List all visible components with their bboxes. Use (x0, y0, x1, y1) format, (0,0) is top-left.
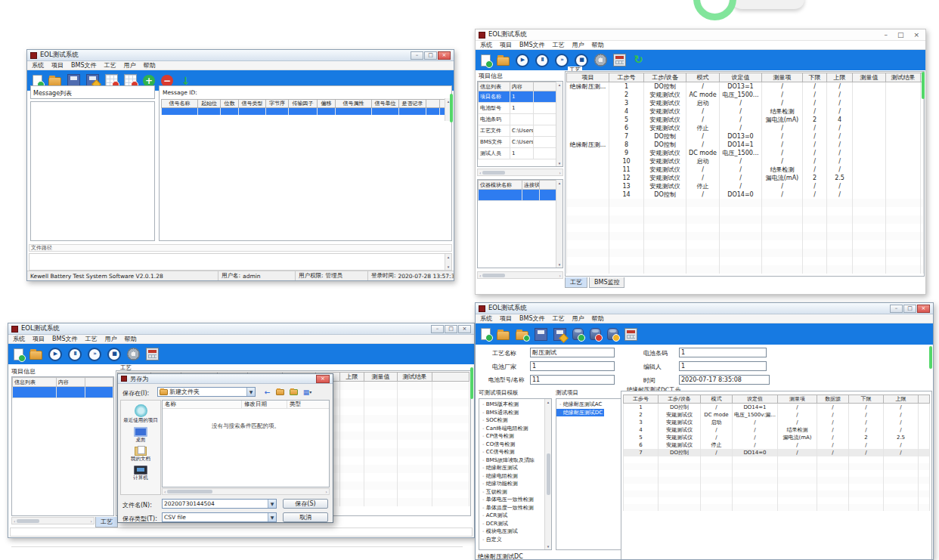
menu-item[interactable]: BMS文件 (52, 335, 77, 343)
scroll-down-icon[interactable]: ▾ (559, 161, 561, 166)
scrollbar-thumb[interactable] (470, 367, 473, 399)
scroll-right-icon[interactable]: › (559, 170, 561, 175)
menu-item[interactable]: BMS文件 (519, 314, 544, 323)
table-row[interactable]: 7DO控制/DO13=0/// (567, 132, 924, 141)
template-item[interactable]: 单体电压一致性检测 (479, 496, 544, 504)
maximize-button[interactable]: □ (424, 51, 437, 60)
open-folder-icon[interactable] (29, 351, 42, 360)
save-in-combo[interactable]: 新建文件夹 ▼ (157, 387, 256, 397)
pause-icon[interactable]: II (68, 348, 82, 361)
menu-item[interactable]: 帮助 (143, 61, 155, 70)
column-header[interactable]: 位数 (221, 100, 239, 108)
table-row[interactable]: 3安规测试仪启动//// (567, 99, 924, 107)
db-remove-icon[interactable] (590, 328, 601, 340)
column-header[interactable]: 信息列表 (479, 82, 510, 91)
template-item[interactable]: 绝缘耐压测试 (479, 464, 544, 472)
cancel-button[interactable]: 取消 (283, 512, 328, 522)
scroll-down-icon[interactable]: ▾ (448, 265, 450, 269)
filetype-select[interactable]: CSV file ▼ (162, 512, 277, 522)
template-item[interactable]: 绝缘电阻检测 (479, 472, 544, 481)
file-list-hscrollbar[interactable]: ‹› (162, 488, 330, 495)
menu-item[interactable]: 用户 (104, 335, 116, 343)
template-item[interactable]: 互锁检测 (479, 488, 544, 497)
db-edit-icon[interactable] (607, 328, 618, 340)
table-row[interactable]: 5安规测试仪//漏电流(mA)/22.5 (624, 434, 930, 441)
new-file-icon[interactable] (481, 54, 491, 67)
template-item[interactable]: 模块电压测试 (479, 528, 544, 536)
menu-item[interactable]: BMS文件 (519, 41, 544, 49)
time-input[interactable]: 2020-07-17 8:35:08 (679, 375, 770, 385)
column-header[interactable]: 上限 (340, 373, 364, 382)
column-header[interactable]: 仪器模块名称 (479, 181, 522, 190)
scroll-up-icon[interactable]: ▴ (448, 255, 450, 259)
template-item[interactable]: SOC检测 (479, 416, 544, 425)
pause-icon[interactable]: II (535, 54, 549, 67)
modules-hscrollbar[interactable]: ‹› (477, 271, 563, 279)
table-row[interactable] (162, 108, 450, 115)
column-header[interactable]: 偏移 (318, 100, 336, 108)
minimize-button[interactable]: – (411, 51, 423, 60)
table-row[interactable]: 4安规测试仪//结果检测// (567, 107, 924, 116)
column-header[interactable]: 信息列表 (13, 378, 57, 387)
table-row[interactable]: 电池条码 (479, 114, 557, 125)
column-header[interactable]: 项目 (567, 73, 609, 82)
table-row[interactable]: 11安规测试仪//结果检测// (567, 166, 924, 174)
menu-item[interactable]: 用户 (572, 314, 584, 323)
table-row[interactable] (479, 190, 557, 201)
open-folder-icon[interactable] (497, 331, 510, 340)
column-header[interactable]: 测试结果 (398, 373, 432, 382)
column-header[interactable]: 信号名称 (162, 100, 198, 108)
column-header-name[interactable]: 名称 (163, 401, 242, 408)
place-documents[interactable]: 我的文档 (121, 447, 160, 462)
views-icon[interactable]: ▦▾ (302, 387, 313, 397)
column-header[interactable]: 工步/设备 (644, 73, 686, 82)
column-header[interactable]: 连接状态 (522, 181, 540, 190)
info-hscrollbar[interactable]: ‹› (11, 517, 95, 524)
table-row[interactable]: 6安规测试仪停止//// (567, 124, 924, 132)
tab-process[interactable]: 工艺 (95, 517, 118, 528)
table-row[interactable]: 7DO控制/DO14=0//// (624, 449, 930, 456)
process-name-input[interactable]: 耐压测试 (530, 348, 615, 357)
table-row[interactable]: 2安规测试仪DC mode电压_1500v:漏...//// (624, 411, 930, 419)
message-list-panel[interactable] (30, 101, 155, 241)
back-icon[interactable]: ← (262, 387, 273, 397)
chevron-down-icon[interactable]: ▼ (268, 513, 276, 521)
dialog-close-button[interactable]: × (316, 375, 330, 383)
maximize-button[interactable]: □ (897, 31, 904, 39)
column-header[interactable] (426, 100, 440, 108)
menu-item[interactable]: 工艺 (552, 41, 564, 49)
template-item[interactable]: 绝缘功能检测 (479, 480, 544, 488)
template-item[interactable]: 自定义 (479, 536, 544, 544)
table-row[interactable]: 10安规测试仪启动//// (567, 157, 924, 166)
column-header[interactable]: 信号类型 (239, 100, 266, 108)
menu-item[interactable]: 工艺 (552, 314, 564, 323)
table-row[interactable]: 14DO控制/DO14=0/// (567, 190, 924, 199)
scroll-down-icon[interactable]: ▾ (559, 262, 561, 267)
minimize-button[interactable]: – (884, 31, 888, 39)
chevron-down-icon[interactable]: ▼ (246, 388, 255, 396)
column-header[interactable]: 下限 (849, 395, 884, 404)
new-folder-icon[interactable] (288, 387, 299, 397)
column-header[interactable]: 测量项 (762, 73, 803, 82)
menu-item[interactable]: 系统 (480, 314, 492, 323)
table-row[interactable]: BMS文件C:\Users\lichangjiang\Desktop\ (479, 137, 557, 148)
table-row[interactable]: 3安规测试仪启动///// (624, 419, 930, 426)
menu-item[interactable]: 系统 (32, 61, 44, 70)
scroll-left-icon[interactable]: ‹ (164, 489, 166, 494)
column-header[interactable]: 内容 (57, 378, 85, 387)
column-header[interactable]: 上限 (827, 73, 853, 82)
tab-process[interactable]: 工艺 (565, 277, 587, 288)
scroll-up-icon[interactable]: ▴ (559, 181, 561, 185)
dialog-titlebar[interactable]: 另存为 × (118, 374, 333, 384)
scroll-right-icon[interactable]: › (559, 273, 561, 278)
battery-barcode-input[interactable]: 1 (679, 348, 767, 357)
scroll-left-icon[interactable]: ‹ (479, 170, 481, 175)
column-header[interactable]: 信号属性 (336, 100, 372, 108)
table-row[interactable]: 4安规测试仪//结果检测/// (624, 426, 930, 434)
disc-icon[interactable] (594, 54, 607, 67)
close-button[interactable]: × (913, 31, 919, 39)
menu-item[interactable]: 项目 (500, 41, 512, 49)
scroll-right-icon[interactable]: › (91, 518, 92, 524)
close-button[interactable]: × (458, 325, 471, 333)
column-header[interactable]: 数据源 (817, 395, 849, 404)
